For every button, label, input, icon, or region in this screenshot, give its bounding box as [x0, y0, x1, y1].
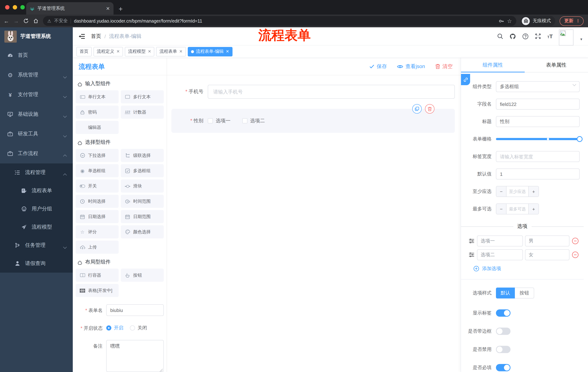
palette-item-select[interactable]: 下拉选择	[76, 149, 119, 162]
palette-item-date-range[interactable]: 日期范围	[121, 210, 164, 223]
url-text[interactable]: dashboard.yudao.iocoder.cn/bpm/manager/f…	[74, 18, 496, 23]
tag-process-form[interactable]: 流程表单✕	[156, 47, 186, 56]
option-value-input[interactable]	[525, 249, 569, 260]
slider-handle[interactable]	[577, 136, 583, 142]
font-size-icon[interactable]: TT	[547, 33, 553, 39]
gender-option-1[interactable]: 选项一	[208, 117, 231, 124]
form-name-input[interactable]	[106, 304, 164, 316]
field-name-input[interactable]	[496, 99, 580, 110]
canvas-field-phone[interactable]: 手机号	[171, 85, 455, 99]
palette-item-switch[interactable]: 开关	[76, 180, 119, 192]
default-value-input[interactable]	[496, 169, 580, 180]
form-remark-textarea[interactable]: 嘿嘿	[106, 340, 164, 372]
sidebar-item-workflow[interactable]: 工作流程	[0, 144, 73, 163]
remove-option-button[interactable]	[572, 251, 579, 258]
option-value-input[interactable]	[525, 235, 569, 246]
palette-item-time-picker[interactable]: 时间选择	[76, 195, 119, 208]
security-warning-icon[interactable]: ⚠	[47, 18, 51, 23]
border-switch[interactable]	[496, 328, 511, 335]
save-button[interactable]: 保存	[369, 63, 387, 70]
close-window-button[interactable]	[5, 5, 10, 10]
checkbox-unchecked[interactable]	[208, 118, 213, 123]
show-label-switch[interactable]	[496, 309, 511, 317]
phone-field-input[interactable]	[208, 85, 455, 99]
palette-item-row-container[interactable]: 行容器	[76, 269, 119, 282]
avatar-dropdown-caret-icon[interactable]: ▼	[580, 37, 583, 41]
window-controls[interactable]	[5, 5, 25, 10]
tag-close-icon[interactable]: ✕	[226, 49, 229, 54]
palette-item-editor[interactable]: 编辑器	[76, 121, 119, 134]
status-on-radio[interactable]	[106, 325, 111, 330]
checkbox-unchecked[interactable]	[242, 118, 247, 123]
new-tab-button[interactable]: +	[119, 5, 123, 12]
status-on-label[interactable]: 开启	[114, 325, 123, 331]
forward-icon[interactable]: →	[13, 18, 19, 24]
component-type-select[interactable]: 多选框组	[496, 81, 580, 92]
stepper-increase-button[interactable]: +	[528, 186, 538, 197]
min-select-value[interactable]: 至少应选	[506, 186, 528, 197]
tab-form-props[interactable]: 表单属性	[525, 58, 588, 72]
status-off-radio[interactable]	[130, 325, 135, 330]
copy-component-button[interactable]	[412, 104, 422, 114]
back-icon[interactable]: ←	[4, 18, 9, 24]
browser-menu-icon[interactable]: ⋮	[576, 19, 580, 23]
palette-item-time-range[interactable]: 时间范围	[121, 195, 164, 208]
palette-item-color-picker[interactable]: 颜色选择	[121, 225, 164, 238]
max-select-value[interactable]: 最多可选	[506, 204, 528, 214]
delete-component-button[interactable]	[425, 104, 434, 114]
title-input[interactable]	[496, 116, 580, 127]
tag-close-icon[interactable]: ✕	[116, 49, 120, 54]
address-bar[interactable]: ⚠ 不安全 dashboard.yudao.iocoder.cn/bpm/man…	[43, 16, 516, 26]
canvas-field-gender-selected[interactable]: 性别 选项一 选项二	[171, 109, 455, 133]
sidebar-toggle-icon[interactable]	[79, 33, 85, 39]
tag-home[interactable]: 首页	[76, 47, 92, 56]
option-label-input[interactable]	[477, 249, 523, 260]
key-icon[interactable]	[498, 18, 504, 24]
tag-process-definition[interactable]: 流程定义✕	[94, 47, 123, 56]
avatar[interactable]	[559, 29, 573, 45]
required-switch[interactable]	[496, 364, 511, 371]
palette-item-single-text[interactable]: 单行文本	[76, 90, 119, 103]
fullscreen-icon[interactable]	[535, 33, 541, 39]
disabled-switch[interactable]	[496, 346, 511, 353]
browser-update-button[interactable]: 更新 ⋮	[560, 16, 584, 26]
sidebar-item-home[interactable]: 首页	[0, 45, 73, 65]
palette-item-slider[interactable]: 滑块	[121, 180, 164, 192]
palette-item-cascader[interactable]: 级联选择	[121, 149, 164, 162]
minimize-window-button[interactable]	[13, 5, 17, 10]
tag-process-form-edit[interactable]: 流程表单-编辑✕	[188, 47, 232, 56]
bookmark-star-icon[interactable]: ☆	[507, 18, 512, 24]
stepper-decrease-button[interactable]: −	[496, 186, 506, 197]
data-binding-tag[interactable]	[461, 74, 470, 85]
palette-item-radio-group[interactable]: ◉单选框组	[76, 164, 119, 177]
drag-handle-icon[interactable]	[468, 238, 475, 244]
browser-tab[interactable]: 芋道管理系统 ✕	[26, 2, 114, 15]
sidebar-item-process-mgmt[interactable]: 流程管理	[0, 163, 73, 182]
palette-item-date-picker[interactable]: 日期选择	[76, 210, 119, 223]
style-button-button[interactable]: 按钮	[515, 287, 534, 298]
maximize-window-button[interactable]	[20, 5, 25, 10]
sidebar-item-infra[interactable]: 基础设施	[0, 105, 73, 124]
drag-handle-icon[interactable]	[468, 252, 475, 258]
help-icon[interactable]	[522, 33, 529, 40]
sidebar-item-task-mgmt[interactable]: 任务管理	[0, 236, 73, 255]
label-width-input[interactable]	[496, 151, 580, 162]
tag-process-model[interactable]: 流程模型✕	[125, 47, 154, 56]
stepper-decrease-button[interactable]: −	[496, 204, 506, 214]
view-json-button[interactable]: 查看json	[397, 63, 425, 70]
sidebar-item-devtools[interactable]: 研发工具	[0, 124, 73, 144]
palette-item-multi-text[interactable]: 多行文本	[121, 90, 164, 103]
gender-option-2[interactable]: 选项二	[242, 117, 265, 124]
home-icon[interactable]	[33, 18, 39, 24]
stepper-increase-button[interactable]: +	[528, 204, 538, 214]
github-icon[interactable]	[510, 33, 516, 40]
sidebar-item-process-form[interactable]: 流程表单	[0, 182, 73, 200]
search-icon[interactable]	[497, 33, 504, 39]
sidebar-item-leave-query[interactable]: 请假查询	[0, 255, 73, 273]
palette-item-rate[interactable]: ☆评分	[76, 225, 119, 238]
form-grid-slider[interactable]	[496, 134, 580, 145]
option-label-input[interactable]	[477, 235, 523, 246]
palette-item-password[interactable]: 密码	[76, 106, 119, 119]
palette-item-upload[interactable]: 上传	[76, 241, 119, 254]
palette-item-table[interactable]: 表格[开发中]	[76, 284, 119, 297]
